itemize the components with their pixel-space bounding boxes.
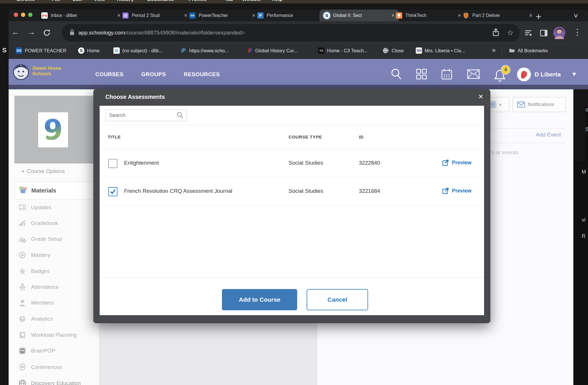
- bookmark-star-icon[interactable]: ☆: [507, 29, 514, 36]
- bookmark-power-teacher[interactable]: SIS POWER TEACHER: [16, 47, 66, 54]
- user-avatar[interactable]: [517, 67, 531, 83]
- sidebar-item-updates[interactable]: Updates: [18, 203, 51, 211]
- browser-tab-period2[interactable]: Period 2 Stud ✕: [118, 9, 192, 21]
- schoology-icon: S: [78, 47, 84, 54]
- materials-icon: [19, 186, 27, 196]
- calendar-icon[interactable]: [440, 68, 453, 82]
- menubar-item[interactable]: Window: [242, 0, 261, 2]
- menubar-item[interactable]: View: [94, 0, 105, 2]
- forward-button[interactable]: →: [27, 28, 35, 36]
- bookmark-global-history[interactable]: Global History Cur...: [246, 47, 298, 54]
- cancel-button[interactable]: Cancel: [307, 289, 368, 310]
- sidebar-item-brainpop[interactable]: BrainPOP: [18, 347, 55, 355]
- nav-courses[interactable]: COURSES: [95, 71, 123, 78]
- bookmark-mrs-liberta[interactable]: SH Mrs. Liberta • Cla...: [416, 47, 465, 54]
- zoom-window-button[interactable]: [28, 13, 32, 17]
- menubar-item[interactable]: Chrome: [16, 0, 35, 2]
- side-panel-icon[interactable]: [540, 29, 548, 38]
- sidebar-item-badges[interactable]: Badges: [18, 267, 49, 275]
- browser-tab-thinktech[interactable]: ThinkTech ✕: [392, 9, 465, 21]
- menubar-item[interactable]: File: [52, 0, 60, 2]
- divider: [100, 125, 484, 125]
- bookmarks-overflow-icon[interactable]: »: [492, 47, 496, 54]
- share-icon[interactable]: [492, 28, 500, 38]
- reload-button[interactable]: [42, 28, 51, 38]
- bookmark-home[interactable]: S Home: [78, 47, 100, 54]
- course-profile-image: 9: [43, 116, 63, 144]
- course-options-toggle[interactable]: ▾ Course Options: [22, 168, 65, 174]
- powerschool-p-icon: |P: [180, 47, 187, 54]
- sidebar-item-grade-setup[interactable]: Grade Setup: [18, 235, 62, 243]
- notifications-button[interactable]: Notifications: [513, 97, 566, 112]
- browser-tab-part2[interactable]: Part 2 Deliver ✕: [459, 9, 537, 21]
- schoology-icon: S: [324, 12, 330, 19]
- badge-star-icon: [18, 267, 26, 275]
- row-checkbox-checked[interactable]: [108, 187, 117, 196]
- all-bookmarks-button[interactable]: All Bookmarks: [509, 47, 548, 54]
- google-icon: G: [113, 47, 120, 54]
- divider: [492, 128, 565, 129]
- user-menu-chevron-icon[interactable]: ▼: [571, 71, 577, 78]
- browser-tab-powerteacher[interactable]: SIS PowerTeacher ✕: [185, 9, 260, 21]
- messages-icon[interactable]: [467, 69, 480, 80]
- close-icon[interactable]: ✕: [478, 93, 483, 101]
- new-tab-button[interactable]: +: [536, 11, 541, 21]
- search-icon[interactable]: [176, 111, 184, 119]
- apps-grid-icon[interactable]: [415, 68, 428, 81]
- assessment-title: French Revolution CRQ Assessment Journal: [124, 188, 232, 194]
- bookmark-no-subject[interactable]: G (no subject) - dlib...: [113, 47, 163, 54]
- shield-icon: [463, 12, 469, 19]
- menubar-item[interactable]: Help: [272, 0, 283, 2]
- browser-menu-dots-icon[interactable]: ⋮: [573, 28, 582, 36]
- menubar-item[interactable]: Bookmarks: [147, 0, 174, 2]
- menubar-item[interactable]: Profiles: [189, 0, 206, 2]
- bookmark-close[interactable]: Close: [383, 47, 404, 54]
- sidebar-item-discovery-education[interactable]: Discovery Education: [18, 379, 81, 385]
- browser-tab-global-ii-active[interactable]: S Global II: Sect ✕: [320, 9, 399, 21]
- bookmark-schoology-url[interactable]: |P https://www.scho...: [180, 47, 229, 54]
- sidebar-item-members[interactable]: Members: [18, 299, 54, 307]
- sidebar-item-analytics[interactable]: Analytics: [18, 315, 53, 323]
- background-window-edge: [573, 161, 588, 385]
- user-name[interactable]: D Liberta: [535, 71, 561, 78]
- minimize-window-button[interactable]: [21, 13, 25, 17]
- edge-fragment: d: [586, 107, 588, 113]
- close-window-button[interactable]: [14, 13, 18, 17]
- tab-divider: [531, 13, 531, 19]
- url-bar[interactable]: app.schoology.com/course/6887549908/mate…: [62, 24, 520, 41]
- nav-resources[interactable]: RESOURCES: [184, 71, 220, 78]
- nav-groups[interactable]: GROUPS: [141, 71, 166, 78]
- preview-link[interactable]: Preview: [442, 187, 471, 195]
- browser-tab-inbox[interactable]: Inbox - dliber ✕: [37, 9, 125, 21]
- back-button[interactable]: ←: [11, 28, 20, 36]
- screen: Chrome File Edit View History Bookmarks …: [0, 0, 588, 385]
- search-icon[interactable]: [390, 68, 403, 82]
- sidebar-item-gradebook[interactable]: Gradebook: [18, 219, 58, 227]
- sidebar-item-workload-planning[interactable]: Workload Planning: [18, 331, 77, 339]
- search-input[interactable]: [106, 112, 176, 118]
- video-chat-icon: [18, 363, 26, 371]
- c3-icon: C3: [318, 47, 324, 54]
- reading-list-icon[interactable]: [524, 29, 532, 38]
- browser-profile-avatar[interactable]: [553, 26, 566, 40]
- school-logo[interactable]: [13, 63, 29, 82]
- menubar-item[interactable]: Edit: [73, 0, 82, 2]
- bookmarks-divider: [502, 47, 502, 55]
- sidebar-item-materials[interactable]: Materials ▾: [15, 182, 100, 199]
- sidebar-item-conferences[interactable]: Conferences: [18, 363, 62, 371]
- menubar-item[interactable]: Tab: [225, 0, 233, 2]
- assessment-id: 3221684: [359, 188, 380, 194]
- browser-tab-performance[interactable]: P Performance ✕: [253, 9, 326, 21]
- preview-link[interactable]: Preview: [442, 159, 471, 166]
- row-checkbox-unchecked[interactable]: [108, 159, 117, 168]
- bookmark-c3-teachers[interactable]: C3 Home - C3 Teach...: [318, 47, 368, 54]
- menubar-item[interactable]: History: [117, 0, 134, 2]
- assessment-course-type: Social Studies: [289, 160, 323, 166]
- tab-search-chevron-icon[interactable]: ˅: [574, 12, 578, 20]
- school-name[interactable]: Sweet Home Schools: [32, 66, 61, 76]
- sidebar-item-mastery[interactable]: Mastery: [18, 251, 51, 259]
- add-to-course-button[interactable]: Add to Course: [222, 289, 297, 310]
- add-event-link[interactable]: Add Event: [536, 132, 561, 138]
- envelope-icon: [517, 101, 525, 108]
- sidebar-item-attendance[interactable]: Attendance: [18, 283, 59, 291]
